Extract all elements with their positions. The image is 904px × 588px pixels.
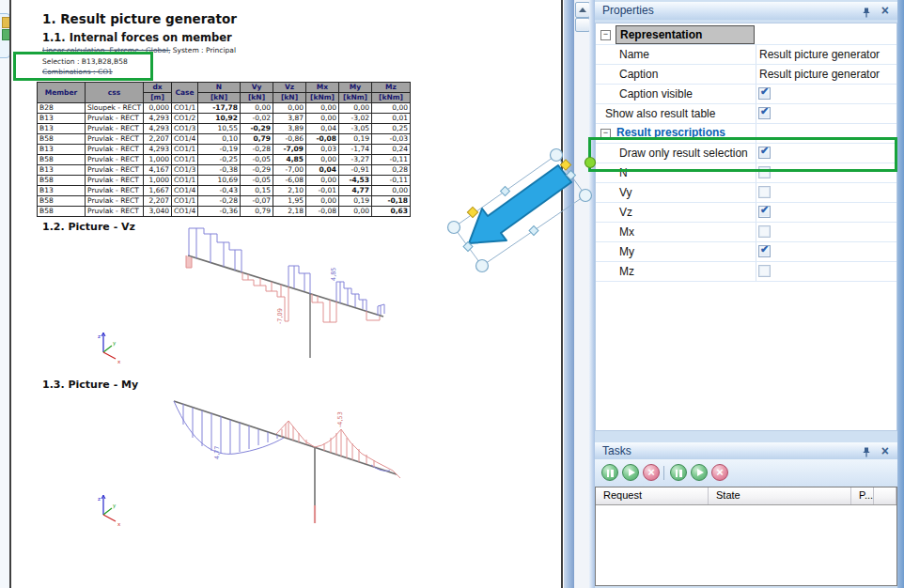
property-label: Vz (619, 206, 632, 219)
tasks-column-header-request[interactable]: Request (596, 487, 709, 504)
column-header-case: Case (172, 83, 198, 103)
table-cell: 0,25 (372, 124, 411, 134)
property-value-field[interactable]: Result picture generator (759, 68, 880, 81)
property-row-caption[interactable]: CaptionResult picture generator (596, 65, 896, 85)
property-row-my[interactable]: My (596, 242, 896, 262)
table-cell: 0,19 (339, 196, 372, 207)
cancel-button[interactable]: × (643, 464, 660, 481)
table-cell: Pruvlak - RECT (86, 134, 144, 145)
table-cell: -0,86 (273, 134, 306, 145)
column-unit: [kN] (273, 93, 306, 103)
table-cell: B28 (38, 103, 86, 114)
table-cell: 0,63 (372, 207, 411, 217)
ucs-triad: z y x (98, 333, 121, 364)
property-value-field[interactable]: Result picture generator (759, 48, 880, 61)
checkbox-mz[interactable] (758, 265, 771, 277)
scroll-up-button[interactable] (575, 2, 590, 18)
table-cell: CO1/4 (172, 186, 198, 196)
table-cell: 4,167 (144, 165, 172, 176)
table-cell: -0,29 (241, 165, 273, 176)
table-cell: -0,29 (241, 124, 273, 134)
property-label: Mx (619, 225, 634, 239)
table-cell: Pruvlak - RECT (86, 165, 144, 176)
column-unit: [kN] (241, 93, 273, 103)
toolbar-separator (663, 466, 664, 480)
table-cell: CO1/3 (172, 165, 198, 176)
pause-button[interactable] (670, 464, 687, 481)
checkbox-caption-visible[interactable] (758, 87, 771, 100)
table-cell: -6,08 (273, 176, 306, 186)
tasks-panel-titlebar[interactable]: Tasks × (595, 442, 897, 459)
column-header-member: Member (38, 83, 86, 103)
pin-icon[interactable] (862, 6, 871, 23)
checkbox-mx[interactable] (758, 225, 771, 238)
table-cell: B13 (38, 145, 86, 155)
vz-positive-region (189, 228, 384, 316)
cancel-button[interactable]: × (711, 464, 728, 481)
table-cell: 0,00 (306, 114, 339, 124)
table-cell: -0,28 (241, 145, 273, 155)
properties-panel-titlebar[interactable]: Properties × (595, 2, 897, 20)
tasks-list[interactable]: RequestStateP... (595, 487, 897, 586)
table-cell: 10,69 (198, 176, 241, 186)
column-unit: [kN] (198, 93, 241, 103)
doc-title: 1. Result picture generator (42, 11, 237, 26)
table-cell: -0,05 (241, 176, 273, 186)
table-cell: 0,19 (339, 134, 372, 145)
axis-z-label: z (98, 333, 101, 339)
play-button[interactable] (691, 464, 708, 481)
table-cell: 0,01 (372, 114, 411, 124)
property-row-mx[interactable]: Mx (596, 223, 896, 242)
window-splitter[interactable] (564, 0, 574, 588)
checkbox-my[interactable] (758, 245, 771, 257)
vertical-scrollbar[interactable] (574, 0, 589, 588)
property-row-caption-visible[interactable]: Caption visible (596, 85, 896, 104)
table-cell: B58 (38, 176, 86, 186)
document-preview[interactable]: 1. Result picture generator 1.1. Interna… (11, 0, 561, 588)
property-row-name[interactable]: NameResult picture generator (596, 45, 896, 65)
close-icon[interactable]: × (881, 2, 889, 20)
collapse-expander-icon[interactable]: − (600, 30, 611, 40)
table-cell: B58 (38, 207, 86, 217)
table-cell: 1,667 (144, 186, 172, 196)
table-cell: -7,00 (273, 165, 306, 176)
pause-button[interactable] (601, 464, 618, 481)
left-window-edge (0, 0, 9, 588)
table-cell: 0,04 (306, 124, 339, 134)
cancel-icon: × (647, 465, 655, 480)
checkbox-show-also-result-table[interactable] (758, 107, 771, 119)
property-row-vy[interactable]: Vy (596, 183, 896, 203)
property-row-show-also-result-table[interactable]: Show also result table (596, 104, 896, 124)
play-icon (629, 469, 635, 476)
column-header-mz: Mz (372, 83, 411, 93)
tasks-column-header-p[interactable]: P... (851, 487, 874, 504)
table-cell: -0,91 (339, 165, 372, 176)
property-row-mz[interactable]: Mz (596, 262, 896, 282)
vz-diagram: 4,85 -7,09 z y x (85, 221, 432, 371)
window-right-border (897, 0, 904, 588)
table-cell: -3,27 (339, 155, 372, 165)
property-label: Caption (619, 68, 658, 81)
table-cell: -4,53 (339, 176, 372, 186)
forces-table-head: MembercssdxCaseNVyVzMxMyMz[m][kN][kN][kN… (38, 83, 411, 103)
table-cell: 0,00 (372, 186, 411, 196)
tasks-toolbar: ×× (595, 459, 897, 487)
property-row-vz[interactable]: Vz (596, 203, 896, 223)
property-row-representation[interactable]: −Representation (596, 25, 896, 45)
table-cell: 2,207 (144, 196, 172, 207)
table-row: B58Pruvlak - RECT2,207CO1/1-0,28-0,071,9… (38, 196, 411, 207)
table-cell: CO1/1 (172, 196, 198, 207)
close-icon[interactable]: × (881, 442, 889, 459)
my-max-value-label: 4,77 (213, 446, 221, 459)
properties-grid: −RepresentationNameResult picture genera… (595, 23, 897, 431)
play-button[interactable] (622, 464, 639, 481)
tasks-column-header-state[interactable]: State (709, 487, 851, 504)
table-cell: 0,04 (306, 165, 339, 176)
table-cell: -0,05 (241, 155, 273, 165)
table-cell: B13 (38, 124, 86, 134)
column-header-n: N (198, 83, 241, 93)
checkbox-vy[interactable] (758, 186, 771, 198)
group-label: Representation (620, 28, 702, 41)
scrollbar-thumb[interactable] (575, 18, 590, 32)
checkbox-vz[interactable] (758, 206, 771, 218)
